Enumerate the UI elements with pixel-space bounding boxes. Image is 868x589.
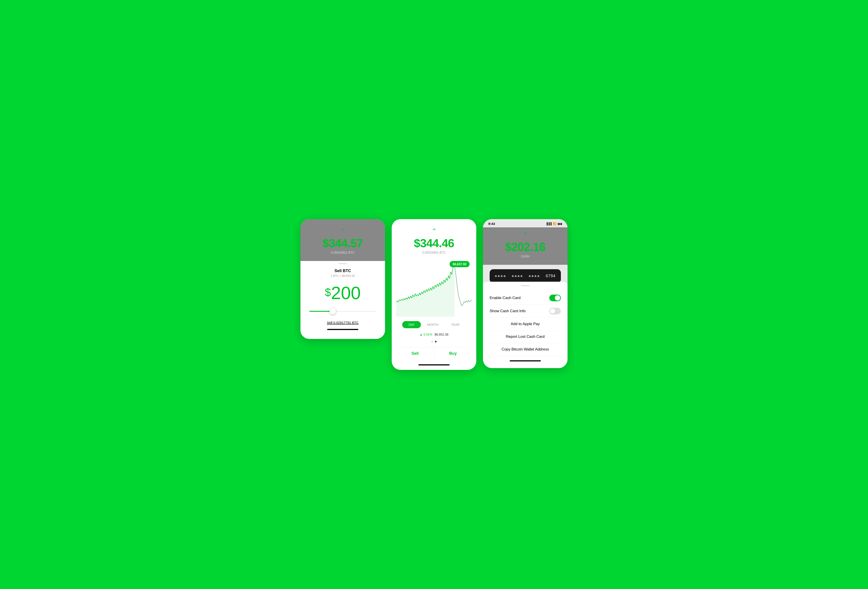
cash-header: ⌃ $202.16 CASH bbox=[483, 227, 568, 265]
status-bar: 9:43 ▐▐▐ 📶 ▮▮▮ bbox=[483, 219, 568, 227]
card-last4: 6794 bbox=[546, 274, 555, 278]
signal-icon: ▐▐▐ bbox=[546, 222, 552, 225]
show-cash-card-info-toggle[interactable] bbox=[549, 308, 561, 314]
screen-sell-btc: ⌃ $344.57 0.05026901 BTC Sell BTC 1 BTC … bbox=[300, 219, 385, 339]
card-dot bbox=[529, 275, 531, 277]
card-dot bbox=[501, 275, 503, 277]
btc-chart-svg bbox=[396, 259, 472, 317]
copy-bitcoin-row[interactable]: Copy Bitcoin Wallet Address bbox=[490, 343, 561, 356]
dot-2 bbox=[435, 341, 437, 342]
btc-header: ⌃ $344.57 0.05026901 BTC bbox=[300, 219, 385, 261]
sell-btc-rate: 1 BTC = $6,854.50 bbox=[307, 274, 378, 277]
cash-balance: $202.16 bbox=[490, 240, 561, 254]
chart-body: $6,637.92 DAY MONTH YEAR ▲ 5.01% bbox=[392, 259, 476, 370]
chart-price-stat: $6,852.38 bbox=[435, 333, 449, 336]
card-dots-3 bbox=[529, 275, 539, 277]
screen-btc-chart: ⌃ $344.46 0.05026901 BTC $6,637.92 bbox=[392, 219, 476, 370]
enable-cash-card-row[interactable]: Enable Cash Card bbox=[490, 292, 561, 305]
sell-btc-title: Sell BTC bbox=[307, 269, 378, 273]
chart-home-indicator bbox=[418, 364, 450, 366]
home-indicator bbox=[327, 329, 358, 330]
price-tooltip: $6,637.92 bbox=[450, 261, 469, 267]
sell-btc-amount-label[interactable]: Sell 0.02917791 BTC bbox=[327, 321, 359, 324]
toggle-knob-2 bbox=[550, 308, 555, 314]
time-btn-month[interactable]: MONTH bbox=[421, 321, 445, 328]
card-dot bbox=[521, 275, 523, 277]
time-selector: DAY MONTH YEAR bbox=[392, 321, 476, 328]
amount-slider-container bbox=[307, 311, 378, 312]
cash-label: CASH bbox=[490, 255, 561, 258]
slider-thumb[interactable] bbox=[330, 308, 336, 314]
sell-buy-bar: Sell Buy bbox=[396, 347, 472, 360]
sell-btc-body: Sell BTC 1 BTC = $6,854.50 $200 Sell 0.0… bbox=[300, 259, 385, 339]
cash-chevron-up-icon[interactable]: ⌃ bbox=[490, 232, 561, 238]
card-dot bbox=[515, 275, 517, 277]
add-to-apple-pay-label: Add to Apple Pay bbox=[511, 322, 540, 326]
card-dot bbox=[518, 275, 520, 277]
black-cash-card: 6794 bbox=[490, 269, 561, 283]
card-dot bbox=[495, 275, 497, 277]
report-lost-label: Report Lost Cash Card bbox=[506, 334, 545, 339]
dollar-sign: $ bbox=[325, 287, 331, 298]
enable-cash-card-toggle[interactable] bbox=[549, 294, 561, 301]
amount-number: 200 bbox=[331, 283, 360, 303]
slider-track[interactable] bbox=[309, 311, 376, 312]
wifi-icon: 📶 bbox=[553, 222, 556, 225]
cash-card-area: 6794 bbox=[483, 265, 568, 283]
btc-price-display: $344.57 bbox=[307, 237, 378, 250]
card-dots-1 bbox=[495, 275, 505, 277]
card-number-row: 6794 bbox=[495, 274, 555, 278]
slider-fill bbox=[309, 311, 333, 312]
chart-area: $6,637.92 bbox=[392, 259, 476, 317]
chart-btc-price: $344.46 bbox=[399, 237, 469, 250]
card-dot bbox=[532, 275, 533, 277]
drag-handle bbox=[338, 263, 347, 264]
status-time: 9:43 bbox=[488, 222, 495, 226]
card-dot bbox=[537, 275, 539, 277]
dot-1 bbox=[431, 341, 433, 342]
svg-marker-1 bbox=[396, 263, 454, 317]
chart-stats: ▲ 5.01% $6,852.38 bbox=[392, 333, 476, 336]
add-to-apple-pay-row[interactable]: Add to Apple Pay bbox=[490, 318, 561, 330]
card-dot bbox=[512, 275, 514, 277]
chart-header: ⌃ $344.46 0.05026901 BTC bbox=[392, 219, 476, 259]
sell-amount: $200 bbox=[307, 284, 378, 302]
time-btn-year[interactable]: YEAR bbox=[445, 321, 466, 328]
card-dot bbox=[534, 275, 536, 277]
sell-button[interactable]: Sell bbox=[396, 347, 434, 360]
chevron-up-icon[interactable]: ⌃ bbox=[307, 228, 378, 234]
card-dots-2 bbox=[512, 275, 523, 277]
dots-indicator bbox=[392, 341, 476, 342]
btc-amount-display: 0.05026901 BTC bbox=[307, 251, 378, 254]
cash-home-indicator bbox=[510, 360, 541, 361]
enable-cash-card-label: Enable Cash Card bbox=[490, 296, 521, 300]
card-dot bbox=[498, 275, 500, 277]
time-btn-day[interactable]: DAY bbox=[402, 321, 421, 328]
screen-cash-card: 9:43 ▐▐▐ 📶 ▮▮▮ ⌃ $202.16 CASH bbox=[483, 219, 568, 368]
card-options-sheet: Enable Cash Card Show Cash Card Info Add… bbox=[483, 282, 568, 368]
report-lost-row[interactable]: Report Lost Cash Card bbox=[490, 330, 561, 343]
card-dot bbox=[504, 275, 505, 277]
sell-btc-footer: Sell 0.02917791 BTC bbox=[307, 321, 378, 324]
status-icons: ▐▐▐ 📶 ▮▮▮ bbox=[546, 222, 562, 225]
toggle-knob bbox=[555, 295, 560, 300]
chart-change: ▲ 5.01% bbox=[419, 333, 432, 336]
battery-icon: ▮▮▮ bbox=[558, 222, 562, 225]
sheet-handle bbox=[521, 285, 530, 286]
show-cash-card-info-label: Show Cash Card Info bbox=[490, 309, 526, 313]
chart-btc-amount: 0.05026901 BTC bbox=[399, 251, 469, 254]
screens-container: ⌃ $344.57 0.05026901 BTC Sell BTC 1 BTC … bbox=[300, 219, 568, 370]
chart-chevron-up-icon[interactable]: ⌃ bbox=[399, 228, 469, 234]
show-cash-card-info-row[interactable]: Show Cash Card Info bbox=[490, 305, 561, 318]
buy-button[interactable]: Buy bbox=[434, 347, 472, 360]
copy-bitcoin-label: Copy Bitcoin Wallet Address bbox=[502, 347, 549, 352]
